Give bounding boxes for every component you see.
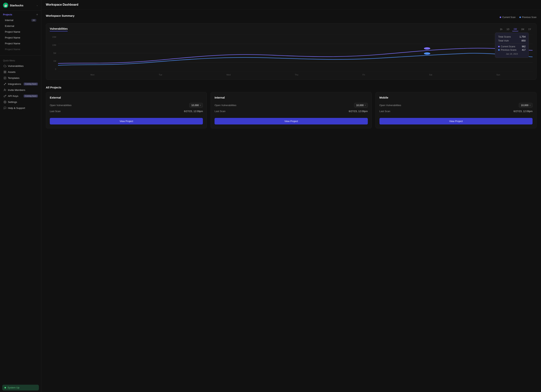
topbar: Workspace Dashboard — [41, 0, 541, 10]
chart-legend: Current Scan Previous Scan — [500, 16, 536, 19]
projects-section: Projects + Internal 20 External Project … — [0, 11, 41, 53]
time-btn-1y[interactable]: 1Y — [527, 27, 533, 31]
sidebar-item-external[interactable]: External — [3, 23, 38, 29]
projects-label: Projects — [3, 13, 12, 16]
y-label-0: 0 — [55, 68, 56, 70]
mobile-vuln-value-box[interactable]: 10,000 ▾ — [519, 103, 533, 108]
project-title-external: External — [50, 96, 203, 99]
x-label-wed: Wed — [226, 74, 230, 76]
sidebar-item-project2[interactable]: Project Name — [3, 35, 38, 40]
chart-tooltip: Total Scans 1,754 Total Vuln 850 — [495, 32, 529, 58]
main-content: Workspace Dashboard Workspace Summary Cu… — [41, 0, 541, 392]
key-icon — [3, 94, 6, 98]
y-label-5m: 5M — [53, 52, 56, 54]
add-project-button[interactable]: + — [36, 13, 38, 16]
project-card-internal: Internal Open Vulnerabilities 10,000 ▾ L… — [211, 92, 372, 129]
view-project-button-mobile[interactable]: View Project — [380, 118, 533, 124]
view-project-button-internal[interactable]: View Project — [214, 118, 368, 124]
project-name-external: External — [5, 25, 14, 27]
integrations-item-left: Integrations — [3, 83, 21, 85]
settings-label: Settings — [8, 101, 17, 103]
invite-label: Invite Members — [8, 89, 25, 91]
chart-header: Vulnerabilities 1h 1D 1W 1M 1Y — [50, 27, 533, 31]
internal-badge: 20 — [31, 19, 36, 22]
x-label-sat: Sat — [429, 74, 432, 76]
y-label-1m: 1M — [53, 60, 56, 62]
legend-current-label: Current Scan — [502, 16, 516, 19]
chevron-icon[interactable]: ⌄ — [36, 4, 38, 7]
view-project-button-external[interactable]: View Project — [50, 118, 203, 124]
sidebar-item-vulnerabilities[interactable]: Vulnerabilities — [1, 63, 40, 69]
sidebar-item-api-keys[interactable]: API Keys Coming Soon — [1, 93, 40, 99]
internal-scan-label: Last Scan — [214, 110, 225, 113]
vuln-item-left: Vulnerabilities — [3, 64, 24, 67]
templates-item-left: Templates — [3, 76, 20, 79]
app-logo[interactable]: ☕ Starbucks — [3, 3, 23, 8]
y-axis: 15M 10M 5M 1M 0 — [50, 34, 58, 76]
sidebar-item-project1[interactable]: Project Name — [3, 29, 38, 35]
external-vuln-value: 10,000 — [191, 104, 199, 107]
y-label-10m: 10M — [52, 44, 56, 46]
chat-icon — [3, 106, 6, 109]
chart-title: Vulnerabilities — [50, 27, 68, 31]
page-title: Workspace Dashboard — [46, 3, 536, 6]
tooltip-total-vuln-value: 850 — [521, 39, 525, 42]
internal-vuln-chevron: ▾ — [365, 104, 366, 106]
external-scan-row: Last Scan 6/27/23, 12:09pm — [50, 110, 203, 113]
external-vuln-value-box[interactable]: 10,000 ▾ — [189, 103, 203, 108]
chart-plot-area: Total Scans 1,754 Total Vuln 850 — [58, 34, 533, 76]
external-vuln-row: Open Vulnerabilities 10,000 ▾ — [50, 103, 203, 108]
x-axis: Mon Tue Wed Thu Fri Sat Sun — [58, 74, 533, 76]
mobile-vuln-row: Open Vulnerabilities 10,000 ▾ — [380, 103, 533, 108]
api-keys-label: API Keys — [8, 95, 18, 98]
sidebar-item-help[interactable]: Help & Support — [1, 105, 40, 111]
time-btn-1h[interactable]: 1h — [498, 27, 504, 31]
external-vuln-chevron: ▾ — [200, 104, 201, 106]
time-btn-1w[interactable]: 1W — [512, 27, 519, 31]
internal-scan-value: 6/27/23, 12:09pm — [349, 110, 368, 113]
mobile-vuln-label: Open Vulnerabilities — [380, 104, 401, 107]
system-status-label: System Up — [8, 386, 20, 389]
assets-item-left: Assets — [3, 70, 16, 73]
user-plus-icon — [3, 88, 6, 91]
grid-icon — [3, 70, 6, 73]
quick-menu-label: Quick Menu — [0, 58, 41, 63]
project-name-2: Project Name — [5, 36, 20, 39]
chart-svg — [58, 34, 533, 72]
sidebar: ☕ Starbucks ⌄ Projects + Internal 20 Ext… — [0, 0, 41, 392]
tooltip-current-dot — [498, 46, 500, 47]
file-icon — [3, 76, 6, 79]
sidebar-item-internal[interactable]: Internal 20 — [3, 17, 38, 23]
sidebar-item-integrations[interactable]: Integrations Coming Soon — [1, 81, 40, 87]
legend-previous-label: Previous Scan — [522, 16, 536, 19]
tooltip-total-scans-value: 1,754 — [519, 35, 525, 38]
time-btn-1m[interactable]: 1M — [520, 27, 526, 31]
svg-point-10 — [4, 89, 5, 90]
sidebar-item-project3[interactable]: Project Name — [3, 41, 38, 46]
system-status-item: System Up — [2, 385, 39, 391]
internal-vuln-value-box[interactable]: 10,000 ▾ — [354, 103, 368, 108]
tooltip-current-scans-row: Current Scans 962 — [498, 45, 525, 48]
sidebar-item-invite-members[interactable]: Invite Members — [1, 87, 40, 93]
legend-previous-dot — [519, 16, 521, 18]
chart-body: 15M 10M 5M 1M 0 — [50, 34, 533, 76]
sidebar-item-templates[interactable]: Templates — [1, 75, 40, 81]
project-card-external: External Open Vulnerabilities 10,000 ▾ L… — [46, 92, 207, 129]
all-projects-title: All Projects — [46, 86, 536, 89]
tooltip-date: Jan 18, 2023 — [498, 53, 525, 55]
sidebar-item-assets[interactable]: Assets — [1, 69, 40, 75]
sidebar-item-project4[interactable]: Project Name — [3, 46, 38, 52]
sidebar-item-settings[interactable]: Settings — [1, 99, 40, 105]
sidebar-divider — [0, 55, 41, 56]
sidebar-header: ☕ Starbucks ⌄ — [0, 0, 41, 11]
x-label-thu: Thu — [295, 74, 298, 76]
help-item-left: Help & Support — [3, 106, 25, 109]
project-name-3: Project Name — [5, 42, 20, 45]
time-btn-1d[interactable]: 1D — [505, 27, 511, 31]
project-name-internal: Internal — [5, 19, 13, 22]
tooltip-total-vuln-row: Total Vuln 850 — [498, 39, 525, 42]
x-label-mon: Mon — [91, 74, 94, 76]
content-area: Workspace Summary Current Scan Previous … — [41, 10, 541, 392]
tooltip-total-scans-label: Total Scans — [498, 35, 511, 38]
quick-menu: Vulnerabilities Assets — [0, 63, 41, 111]
